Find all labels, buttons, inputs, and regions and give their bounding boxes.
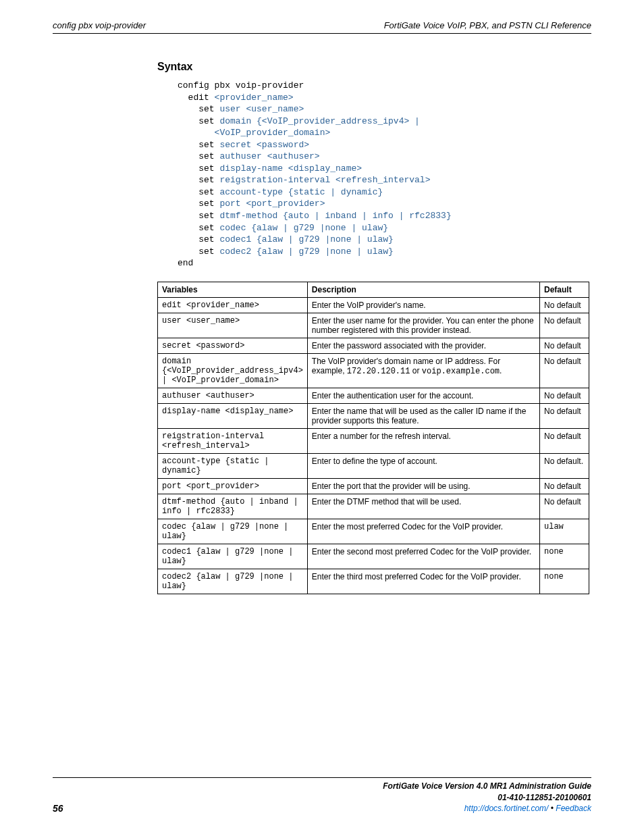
cell-variable: codec2 {alaw | g729 |none | ulaw} [158, 569, 308, 594]
cell-default: none [540, 544, 589, 569]
col-default: Default [540, 282, 589, 297]
cell-variable: user <user_name> [158, 313, 308, 338]
footer-guide-title: FortiGate Voice Version 4.0 MR1 Administ… [383, 781, 591, 791]
table-row: codec {alaw | g729 |none | ulaw}Enter th… [158, 519, 589, 544]
cell-variable: domain {<VoIP_provider_address_ipv4> | <… [158, 353, 308, 388]
header-left: config pbx voip-provider [53, 20, 146, 30]
cell-default: No default [540, 313, 589, 338]
cell-variable: reigstration-interval <refresh_interval> [158, 428, 308, 453]
table-row: authuser <authuser>Enter the authenticat… [158, 388, 589, 403]
cell-default: No default [540, 403, 589, 428]
cell-default: No default [540, 338, 589, 353]
variables-table: Variables Description Default edit <prov… [157, 282, 589, 594]
cell-variable: display-name <display_name> [158, 403, 308, 428]
cell-description: Enter the DTMF method that will be used. [307, 494, 539, 519]
table-row: dtmf-method {auto | inband | info | rfc2… [158, 494, 589, 519]
table-header-row: Variables Description Default [158, 282, 589, 297]
footer-docs-link[interactable]: http://docs.fortinet.com/ [464, 804, 549, 813]
cell-default: No default [540, 297, 589, 313]
page-header: config pbx voip-provider FortiGate Voice… [53, 20, 591, 34]
cell-variable: account-type {static | dynamic} [158, 453, 308, 478]
table-row: account-type {static | dynamic}Enter to … [158, 453, 589, 478]
footer-links: http://docs.fortinet.com/ • Feedback [383, 803, 591, 814]
table-row: domain {<VoIP_provider_address_ipv4> | <… [158, 353, 589, 388]
cell-default: none [540, 569, 589, 594]
page-number: 56 [53, 803, 63, 814]
cell-description: Enter the second most preferred Codec fo… [307, 544, 539, 569]
cell-variable: dtmf-method {auto | inband | info | rfc2… [158, 494, 308, 519]
table-row: secret <password>Enter the password asso… [158, 338, 589, 353]
cell-description: Enter the password associated with the p… [307, 338, 539, 353]
syntax-code-block: config pbx voip-provider edit <provider_… [178, 80, 591, 269]
content-area: Syntax config pbx voip-provider edit <pr… [157, 61, 591, 594]
syntax-heading: Syntax [157, 61, 591, 73]
footer-right: FortiGate Voice Version 4.0 MR1 Administ… [383, 781, 591, 814]
footer-feedback-link[interactable]: Feedback [556, 804, 591, 813]
table-row: reigstration-interval <refresh_interval>… [158, 428, 589, 453]
cell-variable: authuser <authuser> [158, 388, 308, 403]
cell-default: No default. [540, 453, 589, 478]
table-row: port <port_provider>Enter the port that … [158, 478, 589, 494]
cell-default: No default [540, 494, 589, 519]
cell-description: Enter the authentication user for the ac… [307, 388, 539, 403]
table-row: display-name <display_name>Enter the nam… [158, 403, 589, 428]
cell-description: Enter the name that will be used as the … [307, 403, 539, 428]
table-row: user <user_name>Enter the user name for … [158, 313, 589, 338]
col-description: Description [307, 282, 539, 297]
header-right: FortiGate Voice VoIP, PBX, and PSTN CLI … [384, 20, 591, 30]
cell-description: Enter the VoIP provider's name. [307, 297, 539, 313]
page-footer: 56 FortiGate Voice Version 4.0 MR1 Admin… [53, 777, 591, 814]
cell-default: No default [540, 478, 589, 494]
cell-variable: secret <password> [158, 338, 308, 353]
cell-description: Enter to define the type of account. [307, 453, 539, 478]
cell-variable: codec1 {alaw | g729 |none | ulaw} [158, 544, 308, 569]
cell-default: No default [540, 428, 589, 453]
table-row: edit <provider_name>Enter the VoIP provi… [158, 297, 589, 313]
footer-doc-id: 01-410-112851-20100601 [383, 792, 591, 803]
table-row: codec1 {alaw | g729 |none | ulaw}Enter t… [158, 544, 589, 569]
footer-bullet: • [548, 804, 556, 813]
col-variables: Variables [158, 282, 308, 297]
cell-default: No default [540, 353, 589, 388]
cell-description: Enter the user name for the provider. Yo… [307, 313, 539, 338]
cell-description: Enter the most preferred Codec for the V… [307, 519, 539, 544]
cell-description: Enter a number for the refresh interval. [307, 428, 539, 453]
cell-description: The VoIP provider's domain name or IP ad… [307, 353, 539, 388]
cell-variable: port <port_provider> [158, 478, 308, 494]
table-row: codec2 {alaw | g729 |none | ulaw}Enter t… [158, 569, 589, 594]
cell-default: ulaw [540, 519, 589, 544]
cell-variable: codec {alaw | g729 |none | ulaw} [158, 519, 308, 544]
cell-default: No default [540, 388, 589, 403]
cell-variable: edit <provider_name> [158, 297, 308, 313]
cell-description: Enter the port that the provider will be… [307, 478, 539, 494]
cell-description: Enter the third most preferred Codec for… [307, 569, 539, 594]
